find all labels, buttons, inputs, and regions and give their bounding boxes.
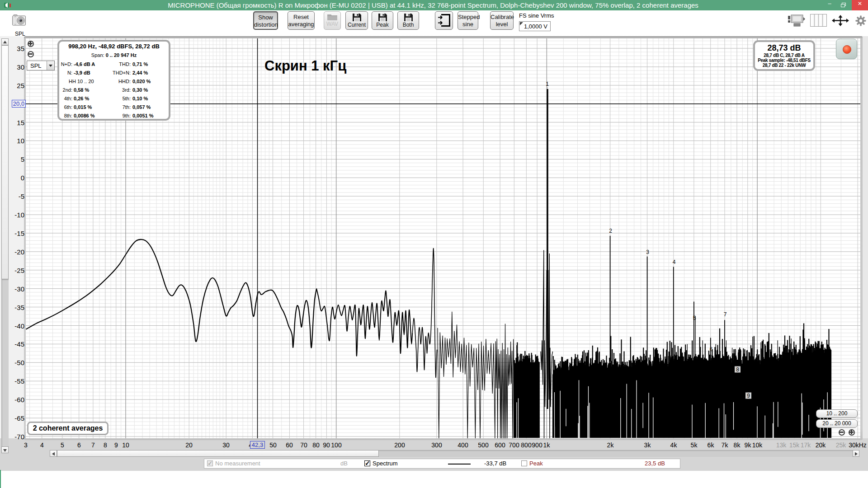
svg-text:9: 9: [747, 393, 750, 399]
svg-text:5: 5: [693, 315, 696, 321]
svg-text:8: 8: [736, 366, 739, 373]
svg-text:1: 1: [546, 81, 549, 87]
svg-text:7: 7: [724, 311, 727, 318]
svg-text:4: 4: [673, 259, 676, 265]
svg-text:6: 6: [710, 346, 713, 352]
svg-text:3: 3: [646, 249, 649, 255]
svg-text:2: 2: [609, 228, 612, 234]
